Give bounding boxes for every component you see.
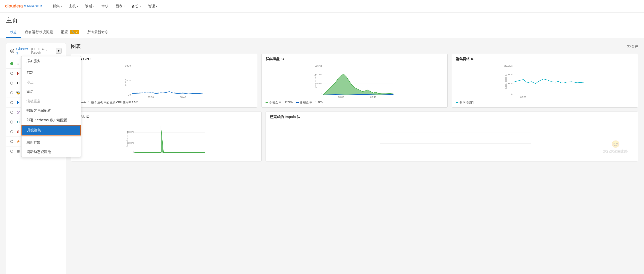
dropdown-arrow-icon: ▾	[140, 5, 141, 7]
network-chart-card: 群集网络 IO 29.3K/s 19.5K/s 9.8K/s 0 bytes /…	[452, 54, 638, 108]
logo[interactable]: cloudera MANAGER	[5, 3, 42, 9]
status-dot	[10, 121, 13, 124]
dropdown-item[interactable]: 刷新动态资源池	[22, 147, 81, 157]
legend-text-teal: 各 磁盘 中... 1.2K/s	[300, 101, 323, 104]
svg-text:bytes / second: bytes / second	[314, 75, 317, 89]
service-icon: O	[16, 120, 21, 125]
svg-text:29.3K/s: 29.3K/s	[504, 64, 512, 67]
legend-text-green: 各 磁盘 中... 125K/s	[269, 101, 293, 104]
status-dot	[10, 62, 13, 65]
dropdown-arrow-icon: ▾	[93, 5, 94, 7]
legend-text-cyan: 各 网络接口...	[460, 101, 476, 104]
status-dot	[10, 101, 13, 104]
nav-menu-item[interactable]: 图表 ▾	[112, 0, 128, 12]
page-header: 主页 状态所有运行状况问题配置 🔧7所有最新命令	[0, 12, 644, 38]
svg-text:bytes / second: bytes / second	[504, 75, 507, 89]
dropdown-item: 滚动重启	[22, 97, 81, 106]
cluster-icon: ◎	[10, 49, 14, 53]
tab-item[interactable]: 所有运行状况问题	[21, 27, 57, 38]
dropdown-item[interactable]: 刷新群集	[22, 138, 81, 147]
status-dot	[10, 72, 13, 75]
network-chart-legend: 各 网络接口...	[456, 101, 634, 104]
impala-chart-card: 已完成的 Impala 队 😊 愈行愈远回家路	[266, 112, 638, 161]
service-icon: ⊞	[16, 149, 21, 154]
main-content: ◎ Cluster 1 (CDH 5.4.3, Parcel) ▾ ≡ 主机 H…	[0, 38, 644, 274]
charts-title: 图表	[71, 43, 81, 50]
cpu-chart-svg: 100% 50% 0% percent 03:30 03:45	[75, 63, 253, 98]
status-dot	[10, 150, 13, 153]
svg-text:586K/s: 586K/s	[315, 64, 322, 67]
service-icon: H	[16, 71, 21, 76]
disk-chart-card: 群集磁盘 IO 586K/s 391K/s 195K/s 0 bytes / s…	[261, 54, 448, 108]
tab-item[interactable]: 状态	[6, 27, 21, 38]
dropdown-item[interactable]: 启动	[22, 68, 81, 78]
svg-text:03:45: 03:45	[370, 96, 376, 98]
cluster-name[interactable]: Cluster 1	[16, 47, 29, 55]
cluster-version: (CDH 5.4.3, Parcel)	[31, 47, 54, 54]
dropdown-arrow-icon: ▾	[156, 5, 157, 7]
svg-text:03:45: 03:45	[180, 96, 186, 98]
dropdown-item[interactable]: 添加服务	[22, 56, 81, 66]
nav-menu-item[interactable]: 诊断 ▾	[82, 0, 98, 12]
logo-manager: MANAGER	[24, 4, 42, 8]
nav-menu-item[interactable]: 管理 ▾	[145, 0, 160, 12]
dropdown-divider	[22, 137, 81, 137]
cluster-dropdown-menu: 添加服务启动停止重启滚动重启部署客户端配置部署 Kerberos 客户端配置升级…	[21, 56, 81, 157]
dropdown-divider	[22, 67, 81, 67]
tab-badge: 🔧7	[70, 30, 79, 34]
svg-text:03:30: 03:30	[520, 96, 526, 98]
hdfs-chart-card: HDFS IO 400b/s 200b/s 0 bytes / second	[71, 112, 262, 161]
charts-panel: 图表 30 分钟 群集 CPU 100% 50% 0% percent	[71, 43, 638, 274]
dropdown-item: 停止	[22, 78, 81, 87]
top-navigation: cloudera MANAGER 群集 ▾主机 ▾诊断 ▾审核图表 ▾备份 ▾管…	[0, 0, 644, 12]
hdfs-chart-svg: 400b/s 200b/s 0 bytes / second	[75, 121, 257, 156]
cluster-panel: ◎ Cluster 1 (CDH 5.4.3, Parcel) ▾ ≡ 主机 H…	[6, 43, 66, 274]
svg-text:0: 0	[321, 93, 322, 96]
tab-bar: 状态所有运行状况问题配置 🔧7所有最新命令	[6, 27, 638, 38]
svg-text:0: 0	[133, 150, 134, 153]
main-menu: 群集 ▾主机 ▾诊断 ▾审核图表 ▾备份 ▾管理 ▾	[50, 0, 160, 12]
svg-marker-38	[158, 126, 168, 153]
status-dot	[10, 111, 13, 114]
service-icon: H	[16, 81, 21, 86]
service-icon: H	[16, 100, 21, 105]
logo-cloudera: cloudera	[5, 3, 23, 9]
disk-chart-title: 群集磁盘 IO	[266, 57, 444, 61]
charts-top-row: 群集 CPU 100% 50% 0% percent 03:30 03:45	[71, 54, 638, 108]
legend-dot-teal	[296, 102, 299, 103]
hdfs-chart-title: HDFS IO	[75, 115, 257, 119]
cluster-dropdown-button[interactable]: ▾	[56, 48, 62, 54]
tab-item[interactable]: 所有最新命令	[83, 27, 112, 38]
nav-menu-item[interactable]: 群集 ▾	[50, 0, 65, 12]
cpu-chart-card: 群集 CPU 100% 50% 0% percent 03:30 03:45	[71, 54, 257, 108]
svg-text:50%: 50%	[126, 79, 132, 82]
page-title: 主页	[6, 16, 638, 24]
svg-text:03:30: 03:30	[338, 96, 344, 98]
legend-dot-cyan	[456, 102, 458, 103]
nav-menu-item[interactable]: 备份 ▾	[129, 0, 144, 12]
svg-text:0%: 0%	[128, 93, 132, 96]
charts-bottom-row: HDFS IO 400b/s 200b/s 0 bytes / second 已…	[71, 112, 638, 161]
svg-text:percent: percent	[124, 78, 126, 86]
service-icon: 𝓨	[16, 110, 21, 115]
dropdown-item[interactable]: 重启	[22, 87, 81, 97]
nav-menu-item[interactable]: 审核	[98, 0, 112, 12]
svg-text:100%: 100%	[125, 64, 132, 67]
legend-text: Cluster 1, 整个 主机 中的 主机 CPU 使用率 1.5%	[79, 101, 138, 104]
tab-item[interactable]: 配置 🔧7	[57, 27, 83, 38]
svg-text:bytes / second: bytes / second	[126, 133, 128, 146]
dropdown-arrow-icon: ▾	[61, 5, 62, 7]
dropdown-item[interactable]: 部署客户端配置	[22, 106, 81, 116]
disk-chart-legend: 各 磁盘 中... 125K/s 各 磁盘 中... 1.2K/s	[266, 101, 444, 104]
wrench-icon: 🔧	[72, 30, 75, 34]
status-dot	[10, 91, 13, 94]
status-dot	[10, 140, 13, 143]
nav-menu-item[interactable]: 主机 ▾	[66, 0, 81, 12]
service-icon: ≡	[16, 61, 21, 66]
dropdown-arrow-icon: ▾	[77, 5, 78, 7]
dropdown-item[interactable]: 部署 Kerberos 客户端配置	[22, 116, 81, 125]
time-label: 30 分钟	[627, 44, 638, 49]
network-chart-title: 群集网络 IO	[456, 57, 634, 61]
svg-text:0: 0	[511, 93, 512, 96]
dropdown-item[interactable]: 升级群集	[22, 125, 81, 136]
